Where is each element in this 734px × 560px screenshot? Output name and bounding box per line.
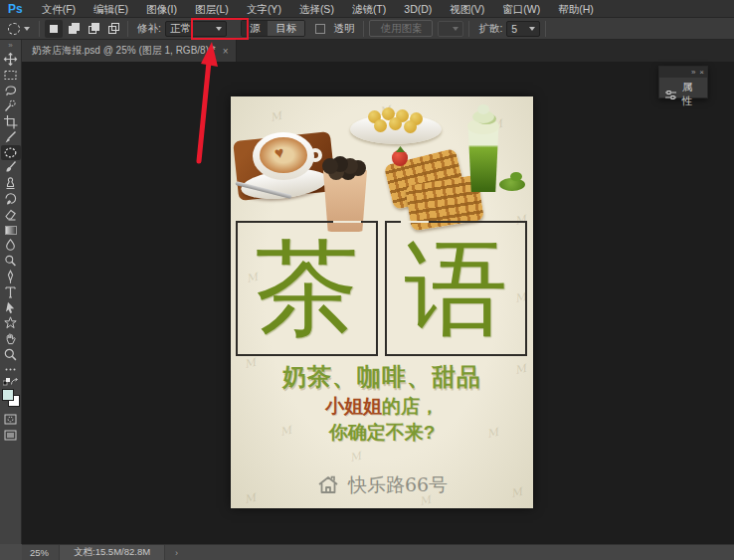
dodge-icon <box>3 254 18 269</box>
patch-icon <box>3 145 18 160</box>
status-bar: 25% 文档:15.5M/82.8M › <box>22 544 734 560</box>
patch-tool[interactable] <box>1 145 21 160</box>
transparent-label: 透明 <box>333 22 354 36</box>
menu-file[interactable]: 文件(F) <box>33 0 85 18</box>
swap-colors-icon[interactable] <box>10 378 18 386</box>
use-pattern-button[interactable]: 使用图案 <box>369 20 433 37</box>
close-icon[interactable]: × <box>223 46 229 57</box>
status-options-chevron-icon[interactable]: › <box>165 548 188 558</box>
properties-panel-header: » × <box>659 67 707 78</box>
separator <box>127 21 128 37</box>
poster-subtitle: 奶茶、咖啡、甜品 <box>231 361 533 393</box>
menu-layer[interactable]: 图层(L) <box>186 0 238 18</box>
document-size-info: 文档:15.5M/82.8M <box>59 545 165 560</box>
menu-help[interactable]: 帮助(H) <box>549 0 603 18</box>
tools-panel-grip[interactable]: » <box>0 40 22 52</box>
selection-mode-group <box>45 20 122 38</box>
collapse-panel-icon[interactable]: » <box>691 68 695 78</box>
diffusion-value: 5 <box>511 23 517 35</box>
add-to-selection-button[interactable] <box>65 20 83 38</box>
menu-window[interactable]: 窗口(W) <box>493 0 549 18</box>
type-icon <box>3 284 18 299</box>
close-panel-icon[interactable]: × <box>699 68 704 78</box>
house-icon <box>316 473 340 497</box>
properties-panel-title: 属性 <box>682 81 702 108</box>
subtract-from-selection-icon <box>89 23 99 34</box>
crop-tool[interactable] <box>1 114 21 129</box>
source-button[interactable]: 源 <box>242 21 269 36</box>
shape-tool[interactable] <box>1 315 21 330</box>
type-tool[interactable] <box>1 284 21 299</box>
intersect-selection-button[interactable] <box>104 20 122 38</box>
poster-address: 快乐路66号 <box>348 472 448 498</box>
lasso-icon <box>3 83 18 97</box>
menu-edit[interactable]: 编辑(E) <box>85 0 137 18</box>
path-selection-tool[interactable] <box>1 300 21 315</box>
quick-selection-tool[interactable] <box>1 98 21 113</box>
tagline-rest: 的店， <box>382 396 439 417</box>
separator <box>545 21 546 37</box>
hand-tool[interactable] <box>1 331 21 346</box>
eyedropper-tool[interactable] <box>1 129 21 144</box>
clone-stamp-icon <box>3 176 18 191</box>
transparent-checkbox[interactable] <box>315 24 325 34</box>
history-brush-tool[interactable] <box>1 192 21 207</box>
destination-button[interactable]: 目标 <box>268 21 304 36</box>
blur-tool[interactable] <box>1 238 21 253</box>
hand-icon <box>3 331 18 346</box>
patch-mode-label: 修补: <box>137 22 161 36</box>
menu-filter[interactable]: 滤镜(T) <box>343 0 395 18</box>
magnifier-icon <box>3 347 18 362</box>
menu-3d[interactable]: 3D(D) <box>395 0 441 18</box>
lasso-tool[interactable] <box>1 83 21 97</box>
patch-mode-select[interactable]: 正常 <box>165 21 227 37</box>
edit-toolbar-button[interactable] <box>1 362 21 377</box>
zoom-tool[interactable] <box>1 347 21 362</box>
rectangular-marquee-tool[interactable] <box>1 68 21 83</box>
move-tool[interactable] <box>1 52 21 67</box>
brush-tool[interactable] <box>1 160 21 175</box>
tagline-accent: 小姐姐 <box>325 396 382 417</box>
new-selection-button[interactable] <box>45 20 63 38</box>
screen-mode-icon <box>3 428 18 443</box>
brush-icon <box>3 160 18 175</box>
photoshop-window: Ps 文件(F) 编辑(E) 图像(I) 图层(L) 文字(Y) 选择(S) 滤… <box>0 0 734 560</box>
gradient-tool[interactable] <box>1 223 21 238</box>
properties-panel: » × 属性 <box>658 66 708 98</box>
title-frame-left: 茶 <box>236 221 378 356</box>
foreground-color-swatch[interactable] <box>2 389 14 401</box>
document-tab[interactable]: 奶茶店海报.psd @ 25% (图层 1, RGB/8) * × <box>22 40 237 62</box>
taro-balls-plate-graphic <box>350 104 442 144</box>
menu-image[interactable]: 图像(I) <box>137 0 186 18</box>
strawberry-leaf-graphic <box>396 146 405 152</box>
dodge-tool[interactable] <box>1 254 21 269</box>
tool-preset-picker[interactable] <box>0 23 34 35</box>
separator <box>363 21 364 37</box>
pen-tool[interactable] <box>1 270 21 284</box>
menu-select[interactable]: 选择(S) <box>290 0 343 18</box>
gradient-icon <box>5 226 17 235</box>
transparent-option[interactable]: 透明 <box>315 22 358 36</box>
move-icon <box>3 52 18 67</box>
chevron-down-icon <box>216 27 222 31</box>
eraser-tool[interactable] <box>1 207 21 222</box>
poster-document[interactable]: MMMMMMMMMMMMMMM ♥ <box>231 96 533 508</box>
diffusion-label: 扩散: <box>478 22 502 36</box>
poster-tagline-1: 小姐姐的店， <box>231 394 533 420</box>
clone-stamp-tool[interactable] <box>1 176 21 191</box>
menu-type[interactable]: 文字(Y) <box>238 0 290 18</box>
default-colors-icon[interactable] <box>3 378 11 386</box>
pattern-picker-select[interactable] <box>438 21 463 37</box>
separator <box>39 21 40 37</box>
patch-tool-icon <box>8 23 20 35</box>
canvas-area[interactable]: MMMMMMMMMMMMMMM ♥ <box>22 62 734 544</box>
zoom-level-field[interactable]: 25% <box>22 547 59 558</box>
quick-mask-icon <box>3 412 18 427</box>
properties-panel-body[interactable]: 属性 <box>659 78 707 111</box>
menu-view[interactable]: 视图(V) <box>441 0 493 18</box>
diffusion-select[interactable]: 5 <box>506 21 540 37</box>
screen-mode-button[interactable] <box>1 428 21 443</box>
subtract-from-selection-button[interactable] <box>85 20 102 38</box>
quick-mask-button[interactable] <box>1 412 21 427</box>
poster-footer: 快乐路66号 <box>231 472 533 498</box>
